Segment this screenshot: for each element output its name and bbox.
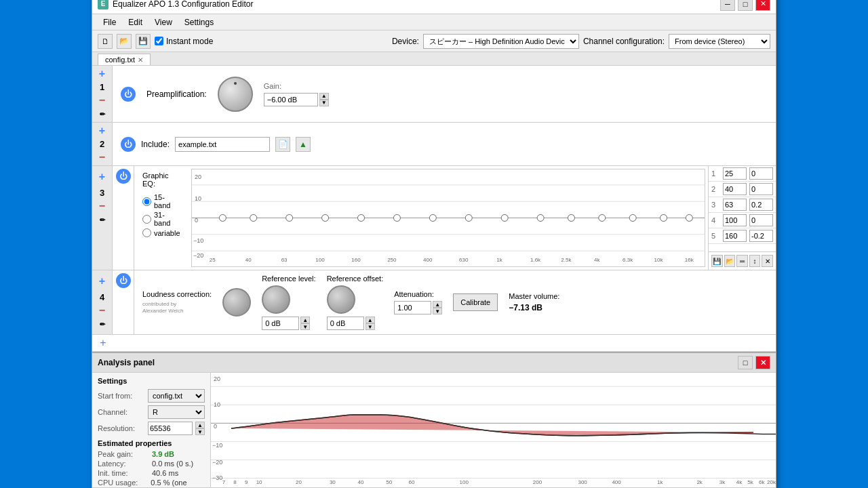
attenuation-input[interactable] [394,301,431,314]
ref-level-knob[interactable] [262,285,290,314]
ref-offset-input[interactable] [327,317,364,330]
eq-node-2[interactable] [250,215,257,222]
svg-text:7: 7 [222,479,226,485]
attenuation-up[interactable]: ▲ [433,301,442,308]
eq-node-15[interactable] [686,215,692,222]
open-button[interactable]: 📂 [117,34,132,49]
eq-node-8[interactable] [465,215,472,222]
instant-mode-label[interactable]: Instant mode [155,37,213,46]
save-button[interactable]: 💾 [136,34,151,49]
eq-freq-5[interactable] [723,230,747,242]
menu-edit[interactable]: Edit [123,16,148,28]
svg-text:3k: 3k [719,479,726,485]
resolution-up[interactable]: ▲ [195,422,205,428]
channel-config-select[interactable]: From device (Stereo) [669,34,770,49]
svg-text:2k: 2k [696,479,703,485]
eq-gain-4[interactable] [749,214,773,226]
include-input[interactable] [175,137,270,152]
eq-gain-2[interactable] [749,183,773,195]
gain-down[interactable]: ▼ [319,100,329,106]
svg-text:30: 30 [330,479,336,485]
eq-node-12[interactable] [599,215,606,222]
include-arrow-btn[interactable]: ▲ [296,137,311,152]
menu-view[interactable]: View [149,16,178,28]
eq-tool-flat[interactable]: ═ [736,255,748,267]
eq-gain-5[interactable] [749,230,773,242]
analysis-close-button[interactable]: ✕ [755,356,770,369]
eq-tool-open[interactable]: 📂 [724,255,736,267]
eq-node-13[interactable] [629,215,636,222]
eq-node-1[interactable] [219,215,226,222]
eq-freq-4[interactable] [723,214,747,226]
include-open-btn[interactable]: 📄 [275,137,290,152]
close-button[interactable]: ✕ [755,0,770,11]
start-from-select[interactable]: config.txt [148,389,205,403]
section-2-power[interactable]: ⏻ [121,137,136,152]
band-15-option[interactable]: 15-band [142,193,180,209]
instant-mode-checkbox[interactable] [155,37,163,45]
attenuation-down[interactable]: ▼ [433,308,442,314]
section-1-power[interactable]: ⏻ [121,87,136,102]
section-2-body: ⏻ Include: 📄 ▲ [113,123,776,165]
analysis-restore-button[interactable]: □ [738,356,753,369]
section-4-power[interactable]: ⏻ [116,273,131,288]
eq-node-11[interactable] [568,215,574,222]
eq-gain-1[interactable] [749,167,773,180]
eq-node-10[interactable] [537,215,544,222]
eq-node-14[interactable] [660,215,667,222]
eq-tool-invert[interactable]: ↕ [749,255,761,267]
tab-config[interactable]: config.txt ✕ [98,54,151,65]
section-1-add[interactable]: + [97,68,108,79]
eq-freq-1[interactable] [723,167,747,180]
toolbar: 🗋 📂 💾 Instant mode Device: スピーカー – High … [92,30,776,52]
section-2-add[interactable]: + [97,125,108,136]
eq-node-7[interactable] [429,215,436,222]
device-select[interactable]: スピーカー – High Definition Audio Device [423,34,579,49]
ref-level-up[interactable]: ▲ [300,317,310,323]
eq-tool-remove[interactable]: ✕ [762,255,773,267]
calibrate-button[interactable]: Calibrate [453,293,498,311]
ref-level-input[interactable] [262,317,299,330]
new-button[interactable]: 🗋 [98,34,113,49]
ref-level-down[interactable]: ▼ [300,323,310,330]
section-1-remove[interactable]: − [97,95,108,106]
section-3-remove[interactable]: − [97,201,108,211]
eq-gain-3[interactable] [749,199,773,211]
eq-freq-3[interactable] [723,199,747,211]
gain-up[interactable]: ▲ [319,93,329,100]
eq-node-3[interactable] [286,215,293,222]
loudness-main-knob[interactable] [222,288,251,317]
eq-node-9[interactable] [501,215,508,222]
menu-settings[interactable]: Settings [179,16,219,28]
eq-node-6[interactable] [393,215,400,222]
tab-close-icon[interactable]: ✕ [138,56,143,64]
latency-value: 0.0 ms (0 s.) [152,460,193,468]
gain-knob[interactable] [218,77,253,112]
section-1-edit[interactable]: ✏ [97,108,108,119]
resolution-input[interactable] [148,422,193,435]
band-variable-option[interactable]: variable [142,228,180,237]
section-4-edit[interactable]: ✏ [97,319,108,329]
peak-gain-row: Peak gain: 3.9 dB [98,450,205,458]
gain-input[interactable] [264,93,318,106]
maximize-button[interactable]: □ [738,0,753,11]
band-31-option[interactable]: 31-band [142,211,180,227]
ref-offset-down[interactable]: ▼ [366,323,375,330]
section-2-remove[interactable]: − [97,152,108,163]
eq-freq-2[interactable] [723,183,747,195]
minimize-button[interactable]: ─ [720,0,735,11]
section-4-remove[interactable]: − [97,305,108,316]
add-section-button[interactable]: + [98,338,108,348]
ref-offset-up[interactable]: ▲ [366,317,375,323]
resolution-down[interactable]: ▼ [195,428,205,435]
section-3-power[interactable]: ⏻ [116,169,131,184]
section-3-edit[interactable]: ✏ [97,214,108,225]
section-4-add[interactable]: + [97,276,108,287]
section-3-add[interactable]: + [97,171,108,182]
eq-node-5[interactable] [357,215,364,222]
eq-tool-save[interactable]: 💾 [711,255,723,267]
eq-node-4[interactable] [322,215,329,222]
ref-offset-knob[interactable] [327,285,355,314]
menu-file[interactable]: File [98,16,121,28]
channel-select[interactable]: R [148,405,205,419]
